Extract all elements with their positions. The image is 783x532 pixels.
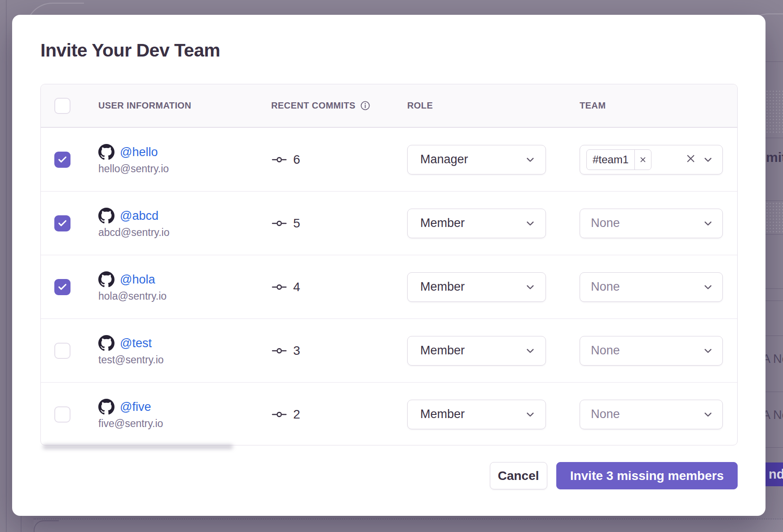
role-select[interactable]: Member — [407, 272, 546, 302]
table-row: @five five@sentry.io 2 Member — [41, 382, 737, 446]
team-select[interactable]: None — [580, 336, 723, 366]
cancel-button[interactable]: Cancel — [490, 462, 547, 489]
row-checkbox[interactable] — [54, 279, 70, 295]
clear-selection-icon[interactable] — [685, 153, 696, 166]
github-icon — [98, 271, 114, 288]
chevron-down-icon — [702, 281, 714, 293]
chevron-down-icon — [702, 344, 714, 357]
background-row-line — [763, 288, 783, 289]
background-panel-corner-bottomleft — [34, 520, 59, 532]
row-checkbox[interactable] — [54, 215, 70, 231]
modal-title: Invite Your Dev Team — [40, 40, 220, 61]
chevron-down-icon — [524, 281, 537, 293]
table-scrollbar[interactable] — [43, 445, 233, 449]
commit-count: 3 — [293, 344, 300, 358]
row-checkbox[interactable] — [54, 406, 70, 423]
column-header-recent-commits: RECENT COMMITS — [271, 100, 356, 111]
check-icon — [57, 155, 67, 165]
invite-missing-members-button[interactable]: Invite 3 missing members — [556, 462, 738, 489]
background-row-line — [763, 234, 783, 235]
team-select[interactable]: #team1 — [580, 145, 723, 174]
row-checkbox[interactable] — [54, 152, 70, 168]
column-header-role: ROLE — [407, 100, 433, 110]
github-icon — [98, 335, 114, 351]
background-texture — [765, 90, 783, 135]
background-texture — [765, 202, 783, 233]
invite-members-table: USER INFORMATION RECENT COMMITS ROLE TEA… — [40, 84, 738, 445]
role-select[interactable]: Manager — [407, 145, 546, 174]
check-icon — [57, 218, 67, 228]
role-select-value: Manager — [420, 153, 468, 166]
info-icon[interactable] — [360, 100, 370, 111]
team-tag-label: #team1 — [587, 150, 634, 170]
team-tag: #team1 — [586, 149, 651, 170]
role-select[interactable]: Member — [407, 400, 546, 429]
table-row: @hola hola@sentry.io 4 Member — [41, 255, 737, 318]
role-select-value: Member — [420, 280, 465, 294]
role-select[interactable]: Member — [407, 336, 546, 366]
table-row: @hello hello@sentry.io 6 Manager — [41, 127, 737, 191]
git-commit-icon — [271, 409, 287, 420]
modal-footer: Cancel Invite 3 missing members — [490, 462, 738, 489]
github-username-link[interactable]: @abcd — [120, 209, 158, 223]
github-username-link[interactable]: @hola — [120, 273, 155, 287]
github-icon — [98, 208, 114, 224]
github-icon — [98, 144, 114, 160]
chevron-down-icon — [524, 153, 537, 166]
background-row-line — [763, 138, 783, 138]
column-header-user-information: USER INFORMATION — [98, 100, 191, 110]
chevron-down-icon — [524, 344, 537, 357]
user-email: hello@sentry.io — [98, 163, 271, 175]
chevron-down-icon — [702, 217, 714, 230]
commit-count: 5 — [293, 216, 300, 231]
table-row: @test test@sentry.io 3 Member — [41, 318, 737, 382]
row-checkbox[interactable] — [54, 343, 70, 359]
github-username-link[interactable]: @hello — [120, 145, 158, 159]
team-select-placeholder: None — [591, 280, 620, 294]
chevron-down-icon — [524, 217, 537, 230]
table-header-row: USER INFORMATION RECENT COMMITS ROLE TEA… — [41, 84, 737, 127]
column-header-team: TEAM — [580, 100, 606, 110]
background-cropped-button-label: nd — [769, 467, 783, 482]
screen: mit A Nc A No nd Invite Your Dev Team US… — [0, 0, 783, 532]
background-row-line — [763, 201, 783, 201]
git-commit-icon — [271, 218, 287, 229]
user-email: hola@sentry.io — [98, 290, 271, 302]
chevron-down-icon — [702, 408, 714, 421]
background-bottom-band — [34, 519, 783, 532]
table-row: @abcd abcd@sentry.io 5 Member — [41, 191, 737, 255]
team-select-placeholder: None — [591, 216, 620, 230]
git-commit-icon — [271, 154, 287, 165]
git-commit-icon — [271, 345, 287, 356]
chevron-down-icon — [702, 153, 714, 166]
chevron-down-icon — [524, 408, 537, 421]
check-icon — [57, 282, 67, 292]
background-panel-edge-left — [6, 0, 7, 532]
background-row-line — [763, 392, 783, 392]
team-select-placeholder: None — [591, 344, 620, 358]
role-select-value: Member — [420, 344, 465, 358]
team-select[interactable]: None — [580, 400, 723, 429]
remove-tag-icon[interactable] — [634, 150, 651, 170]
background-row-line — [763, 447, 783, 448]
github-username-link[interactable]: @test — [120, 336, 152, 350]
team-select-placeholder: None — [591, 407, 620, 421]
commit-count: 6 — [293, 153, 300, 167]
commit-count: 2 — [293, 407, 300, 422]
user-email: test@sentry.io — [98, 354, 271, 366]
github-username-link[interactable]: @five — [120, 400, 151, 414]
role-select-value: Member — [420, 407, 465, 421]
select-all-checkbox[interactable] — [54, 98, 70, 114]
background-row-line — [763, 336, 783, 336]
role-select-value: Member — [420, 216, 465, 230]
background-panel-edge — [21, 516, 22, 532]
role-select[interactable]: Member — [407, 209, 546, 238]
github-icon — [98, 399, 114, 415]
team-select[interactable]: None — [580, 272, 723, 302]
user-email: five@sentry.io — [98, 418, 271, 430]
team-select[interactable]: None — [580, 209, 723, 238]
background-row-line — [763, 61, 783, 62]
user-email: abcd@sentry.io — [98, 227, 271, 239]
background-row-line — [763, 301, 783, 301]
background-cropped-text-commits: mit — [766, 150, 783, 165]
